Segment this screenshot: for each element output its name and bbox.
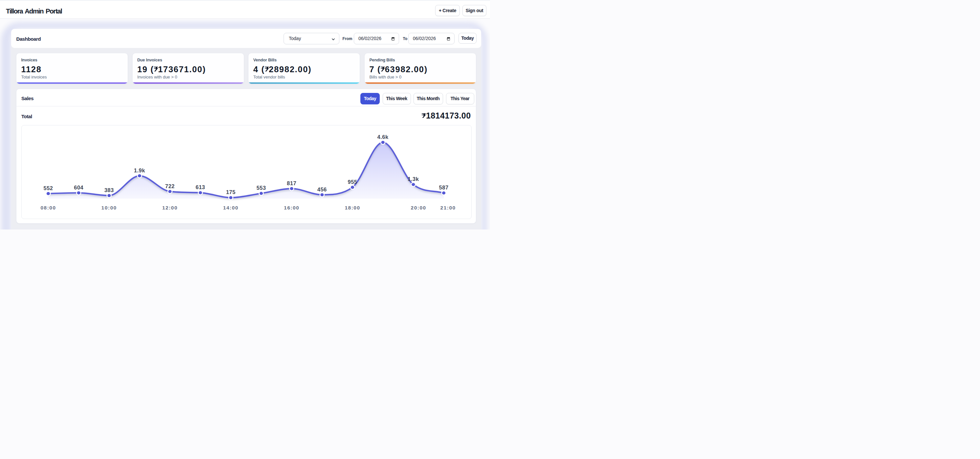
svg-text:383: 383 bbox=[104, 187, 114, 193]
svg-text:21:00: 21:00 bbox=[441, 205, 456, 210]
svg-text:4.6k: 4.6k bbox=[377, 134, 388, 140]
svg-text:955: 955 bbox=[348, 179, 357, 185]
svg-text:722: 722 bbox=[165, 183, 175, 189]
svg-text:817: 817 bbox=[287, 180, 296, 186]
svg-text:456: 456 bbox=[317, 186, 327, 192]
svg-text:604: 604 bbox=[74, 185, 83, 190]
svg-text:587: 587 bbox=[439, 185, 449, 190]
svg-text:08:00: 08:00 bbox=[41, 205, 56, 210]
svg-text:553: 553 bbox=[257, 185, 266, 191]
svg-text:20:00: 20:00 bbox=[411, 205, 426, 210]
svg-text:12:00: 12:00 bbox=[162, 205, 178, 210]
svg-text:14:00: 14:00 bbox=[223, 205, 239, 210]
svg-text:16:00: 16:00 bbox=[284, 205, 299, 210]
svg-text:613: 613 bbox=[196, 184, 205, 190]
svg-text:18:00: 18:00 bbox=[345, 205, 360, 210]
svg-text:1.3k: 1.3k bbox=[408, 176, 419, 182]
svg-text:10:00: 10:00 bbox=[102, 205, 117, 210]
svg-text:552: 552 bbox=[44, 185, 53, 191]
svg-text:1.9k: 1.9k bbox=[134, 167, 145, 173]
svg-text:175: 175 bbox=[226, 189, 235, 195]
